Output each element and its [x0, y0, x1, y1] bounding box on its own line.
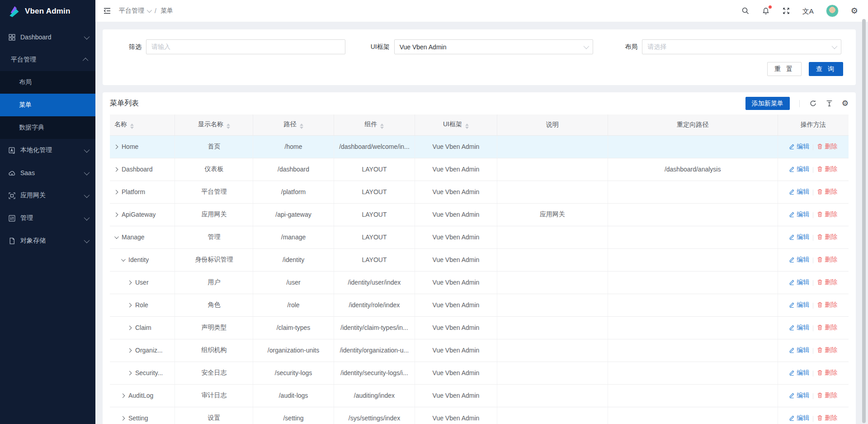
- delete-button[interactable]: 删除: [817, 324, 837, 332]
- sidebar-item-platform[interactable]: 平台管理: [0, 48, 95, 71]
- delete-button[interactable]: 删除: [817, 414, 837, 422]
- edit-button[interactable]: 编辑: [789, 414, 809, 422]
- table-row[interactable]: Security... 安全日志 /security-logs /identit…: [110, 362, 849, 384]
- delete-button[interactable]: 删除: [817, 188, 837, 196]
- search-button[interactable]: 查 询: [809, 62, 843, 76]
- sort-icon[interactable]: [465, 124, 469, 129]
- delete-button[interactable]: 删除: [817, 301, 837, 309]
- delete-button[interactable]: 删除: [817, 278, 837, 286]
- tree-toggle-icon[interactable]: [127, 303, 132, 307]
- logo[interactable]: Vben Admin: [0, 0, 95, 22]
- edit-button[interactable]: 编辑: [789, 165, 809, 173]
- row-height-icon[interactable]: [826, 100, 833, 107]
- sidebar-item-object-storage[interactable]: 对象存储: [0, 229, 95, 252]
- user-avatar[interactable]: [826, 5, 839, 17]
- table-row[interactable]: AuditLog 审计日志 /audit-logs /auditing/inde…: [110, 384, 849, 407]
- settings-gear-icon[interactable]: ⚙: [851, 7, 858, 15]
- tree-toggle-icon[interactable]: [127, 371, 132, 375]
- edit-button[interactable]: 编辑: [789, 256, 809, 264]
- vertical-scrollbar[interactable]: [862, 19, 866, 423]
- table-row[interactable]: Dashboard 仪表板 /dashboard LAYOUT Vue Vben…: [110, 158, 849, 181]
- add-menu-button[interactable]: 添加新菜单: [745, 97, 790, 110]
- delete-button[interactable]: 删除: [817, 233, 837, 241]
- delete-button[interactable]: 删除: [817, 391, 837, 400]
- table-row[interactable]: Identity 身份标识管理 /identity LAYOUT Vue Vbe…: [110, 248, 849, 271]
- delete-button[interactable]: 删除: [817, 369, 837, 377]
- table-row[interactable]: Manage 管理 /manage LAYOUT Vue Vben Admin …: [110, 226, 849, 248]
- sidebar-item-dashboard[interactable]: Dashboard: [0, 26, 95, 48]
- breadcrumb-parent[interactable]: 平台管理: [119, 7, 151, 15]
- table-row[interactable]: Organiz... 组织机构 /organization-units /ide…: [110, 339, 849, 362]
- notification-bell-icon[interactable]: [762, 7, 770, 15]
- sidebar-item-menu[interactable]: 菜单: [0, 94, 95, 116]
- delete-button[interactable]: 删除: [817, 143, 837, 151]
- tree-toggle-icon[interactable]: [127, 280, 132, 285]
- tree-toggle-icon[interactable]: [114, 144, 118, 149]
- tree-toggle-icon[interactable]: [114, 234, 119, 239]
- sidebar-item-localization[interactable]: 本地化管理: [0, 139, 95, 162]
- ui-framework-select[interactable]: Vue Vben Admin: [394, 39, 594, 54]
- filter-group-layout: 布局 请选择: [606, 39, 849, 54]
- sort-icon[interactable]: [226, 124, 230, 129]
- edit-button-label: 编辑: [797, 188, 809, 196]
- fullscreen-icon[interactable]: [782, 7, 790, 15]
- filter-input[interactable]: 请输入: [146, 39, 345, 54]
- sidebar-item-layout[interactable]: 布局: [0, 71, 95, 94]
- sidebar-item-saas[interactable]: Saas: [0, 162, 95, 184]
- cell-path: /manage: [253, 226, 334, 248]
- edit-button[interactable]: 编辑: [789, 324, 809, 332]
- collapse-sidebar-icon[interactable]: [103, 6, 112, 15]
- column-header-name[interactable]: 名称: [110, 114, 175, 135]
- table-row[interactable]: Claim 声明类型 /claim-types /identity/claim-…: [110, 316, 849, 339]
- table-row[interactable]: User 用户 /user /identity/user/index Vue V…: [110, 271, 849, 294]
- menu-table: 名称 显示名称 路径 组件 UI框架 说明 重定向路径 操作方法 Home 首页…: [110, 114, 849, 424]
- tree-toggle-icon[interactable]: [127, 325, 132, 330]
- table-row[interactable]: ApiGateway 应用网关 /api-gateway LAYOUT Vue …: [110, 203, 849, 226]
- tree-toggle-icon[interactable]: [121, 416, 125, 420]
- translate-icon[interactable]: 文A: [802, 8, 814, 14]
- column-header-ui-framework[interactable]: UI框架: [415, 114, 497, 135]
- edit-button[interactable]: 编辑: [789, 210, 809, 219]
- sort-icon[interactable]: [130, 124, 134, 129]
- table-row[interactable]: Home 首页 /home /dashboard/welcome/in... V…: [110, 135, 849, 158]
- edit-button[interactable]: 编辑: [789, 391, 809, 400]
- search-icon[interactable]: [741, 7, 750, 15]
- cell-component: LAYOUT: [334, 226, 415, 248]
- edit-button-label: 编辑: [797, 414, 809, 422]
- cell-component: /auditing/index: [334, 384, 415, 407]
- column-header-component[interactable]: 组件: [334, 114, 415, 135]
- sort-icon[interactable]: [300, 124, 303, 129]
- cell-name-text: Manage: [122, 233, 145, 241]
- sidebar-item-manage[interactable]: 管理: [0, 207, 95, 229]
- refresh-icon[interactable]: [809, 100, 817, 107]
- column-header-display-name[interactable]: 显示名称: [175, 114, 253, 135]
- tree-toggle-icon[interactable]: [127, 348, 132, 353]
- table-row[interactable]: Role 角色 /role /identity/role/index Vue V…: [110, 294, 849, 316]
- edit-button[interactable]: 编辑: [789, 346, 809, 354]
- table-row[interactable]: Platform 平台管理 /platform LAYOUT Vue Vben …: [110, 181, 849, 203]
- sidebar-item-api-gateway[interactable]: 应用网关: [0, 184, 95, 207]
- delete-button-label: 删除: [825, 278, 837, 286]
- tree-toggle-icon[interactable]: [114, 190, 118, 194]
- layout-select[interactable]: 请选择: [642, 39, 841, 54]
- edit-button[interactable]: 编辑: [789, 143, 809, 151]
- edit-button[interactable]: 编辑: [789, 369, 809, 377]
- table-settings-gear-icon[interactable]: ⚙: [842, 100, 849, 107]
- tree-toggle-icon[interactable]: [114, 212, 118, 217]
- table-row[interactable]: Setting 设置 /setting /sys/settings/index …: [110, 407, 849, 424]
- sort-icon[interactable]: [380, 124, 384, 129]
- tree-toggle-icon[interactable]: [121, 257, 126, 262]
- edit-button[interactable]: 编辑: [789, 278, 809, 286]
- edit-button[interactable]: 编辑: [789, 301, 809, 309]
- reset-button[interactable]: 重 置: [767, 62, 802, 76]
- tree-toggle-icon[interactable]: [121, 393, 125, 398]
- delete-button[interactable]: 删除: [817, 165, 837, 173]
- column-header-path[interactable]: 路径: [253, 114, 334, 135]
- edit-button[interactable]: 编辑: [789, 188, 809, 196]
- sidebar-item-data-dictionary[interactable]: 数据字典: [0, 116, 95, 139]
- tree-toggle-icon[interactable]: [114, 167, 118, 172]
- delete-button[interactable]: 删除: [817, 210, 837, 219]
- delete-button[interactable]: 删除: [817, 256, 837, 264]
- delete-button[interactable]: 删除: [817, 346, 837, 354]
- edit-button[interactable]: 编辑: [789, 233, 809, 241]
